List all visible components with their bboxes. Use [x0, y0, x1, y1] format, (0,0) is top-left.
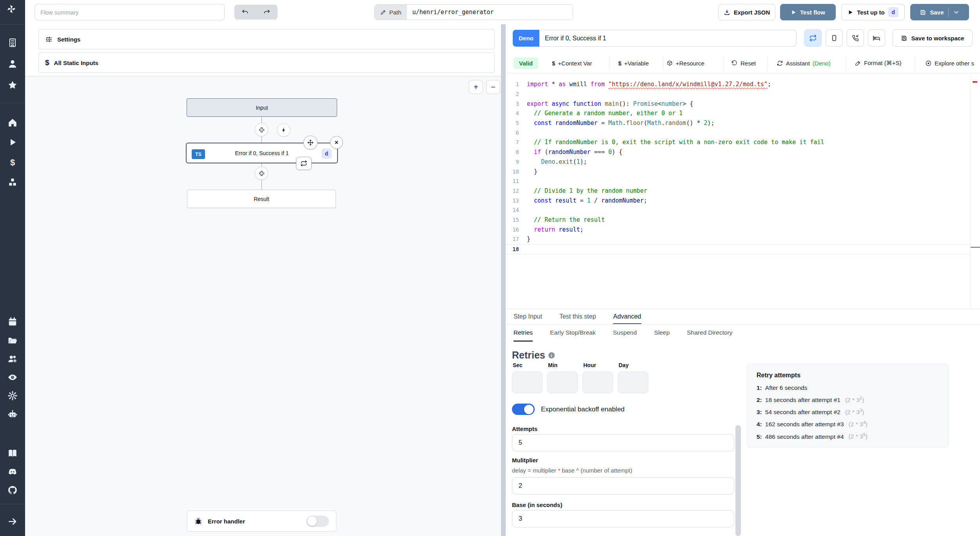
save-to-workspace-button[interactable]: Save to workspace [893, 29, 973, 47]
editor-panel: Deno Save to workspace Valid $+Context V… [506, 24, 980, 536]
path-input[interactable] [407, 5, 573, 20]
subtab-early-stop-break[interactable]: Early Stop/Break [550, 324, 595, 342]
hour-input[interactable] [583, 371, 613, 393]
subtab-suspend[interactable]: Suspend [613, 324, 637, 342]
code-line-17: 17} [506, 234, 971, 244]
sleep-bed-icon-button[interactable] [868, 29, 885, 47]
github-icon[interactable] [7, 485, 18, 495]
retry-indicator-button[interactable] [296, 157, 312, 170]
base-input[interactable] [512, 510, 734, 527]
all-static-inputs-button[interactable]: $ All Static Inputs [38, 53, 495, 73]
path-field: Path [374, 4, 573, 20]
runs-play-icon[interactable] [7, 137, 18, 147]
multiplier-help: delay = multiplier * base ^ (number of a… [512, 467, 632, 474]
retry-attempt-item: 4:162 seconds after attempt #3(2 * 34) [757, 420, 939, 428]
add-step-button[interactable] [255, 167, 268, 180]
discord-icon[interactable] [7, 467, 18, 477]
home-icon[interactable] [7, 118, 18, 128]
exponential-backoff-toggle[interactable] [512, 404, 535, 415]
undo-button[interactable] [234, 5, 256, 20]
add-resource-button[interactable]: +Resource [666, 55, 704, 71]
add-step-button[interactable] [255, 123, 268, 136]
move-step-handle[interactable] [303, 136, 318, 150]
day-input[interactable] [618, 371, 648, 393]
subtab-sleep[interactable]: Sleep [654, 324, 670, 342]
retry-attempt-item: 2:18 seconds after attempt #1(2 * 32) [757, 396, 939, 404]
code-line-5: 5 const randomNumber = Math.floor(Math.r… [506, 118, 971, 128]
audit-eye-icon[interactable] [7, 372, 18, 382]
undo-icon [241, 9, 249, 16]
docs-book-icon[interactable] [7, 448, 18, 458]
save-button[interactable]: Save [910, 4, 969, 20]
tab-test-this-step[interactable]: Test this step [559, 310, 596, 324]
valid-badge: Valid [514, 57, 538, 69]
typescript-badge: TS [192, 149, 205, 159]
chevron-down-icon[interactable] [953, 9, 960, 16]
code-line-1: 1import * as wmill from "https://deno.la… [506, 80, 971, 89]
info-icon[interactable]: i [548, 352, 555, 359]
sec-input[interactable] [512, 371, 543, 393]
flow-summary-input[interactable] [34, 4, 225, 20]
min-input[interactable] [547, 371, 578, 393]
resources-cubes-icon[interactable] [7, 177, 18, 187]
code-line-4: 4 // Generate a random number, either 0 … [506, 109, 971, 118]
windmill-logo-icon[interactable] [6, 4, 19, 16]
collapse-arrow-icon[interactable] [7, 516, 18, 527]
redo-button[interactable] [256, 5, 278, 20]
flow-canvas[interactable]: + − Input TS Error if 0, Success if 1 d [25, 76, 501, 536]
code-line-14: 14 [506, 205, 971, 215]
users-settings-icon[interactable] [7, 354, 18, 364]
step-id-badge: d [321, 148, 332, 159]
editor-toolbar: Valid $+Context Var $+Variable +Resource… [506, 55, 980, 73]
early-stop-icon-button[interactable] [826, 29, 843, 47]
tab-advanced[interactable]: Advanced [613, 310, 641, 324]
result-node[interactable]: Result [187, 190, 336, 208]
panel-splitter[interactable] [501, 24, 506, 536]
folder-open-icon[interactable] [7, 335, 18, 346]
gear-icon[interactable] [7, 391, 18, 401]
flow-settings-button[interactable]: Settings [38, 29, 495, 49]
retry-attempts-panel: Retry attempts 1:After 6 seconds2:18 sec… [747, 364, 949, 447]
delete-step-button[interactable]: × [330, 136, 343, 149]
assistant-button[interactable]: Assistant(Deno) [777, 55, 831, 71]
star-icon[interactable] [7, 80, 18, 90]
zoom-in-button[interactable]: + [469, 80, 483, 94]
retries-icon-button[interactable] [804, 29, 822, 47]
tab-step-input[interactable]: Step Input [514, 310, 542, 324]
explore-scripts-button[interactable]: Explore other s [925, 55, 974, 71]
add-variable-button[interactable]: $+Variable [618, 55, 649, 71]
export-json-button[interactable]: Export JSON [718, 4, 775, 20]
add-context-var-button[interactable]: $+Context Var [552, 55, 592, 71]
toolbar-divider [915, 56, 915, 70]
undo-redo-group [234, 5, 278, 20]
multiplier-input[interactable] [512, 477, 734, 494]
button-divider [948, 7, 949, 17]
error-marker [973, 81, 977, 83]
subtab-shared-directory[interactable]: Shared Directory [687, 324, 732, 342]
input-node[interactable]: Input [187, 98, 337, 117]
error-handler-toggle[interactable] [306, 516, 329, 527]
step-name-input[interactable] [539, 30, 797, 47]
suspend-phone-icon-button[interactable] [847, 29, 864, 47]
variables-dollar-icon[interactable]: $ [7, 158, 18, 168]
test-up-to-button[interactable]: Test up to d [841, 4, 905, 20]
format-button[interactable]: Format (⌘+S) [855, 55, 901, 71]
refresh-icon [777, 60, 783, 67]
subtab-retries[interactable]: Retries [514, 324, 533, 342]
schedules-calendar-icon[interactable] [7, 317, 18, 327]
user-icon[interactable] [7, 59, 18, 69]
redo-icon [263, 9, 270, 16]
reset-button[interactable]: Reset [731, 55, 756, 71]
test-flow-button[interactable]: Test flow [780, 4, 836, 20]
editor-overview-ruler[interactable] [970, 76, 980, 309]
building-icon[interactable] [7, 38, 18, 48]
path-label: Path [375, 5, 407, 20]
error-handler-row[interactable]: Error handler [187, 511, 336, 532]
zoom-out-button[interactable]: − [486, 80, 500, 94]
robot-icon[interactable] [7, 409, 18, 419]
code-editor[interactable]: 1import * as wmill from "https://deno.la… [506, 76, 980, 309]
form-scrollbar[interactable] [735, 425, 741, 536]
retry-attempt-item: 3:54 seconds after attempt #2(2 * 33) [757, 408, 939, 416]
trigger-bolt-button[interactable] [277, 123, 290, 137]
attempts-input[interactable] [512, 434, 734, 451]
